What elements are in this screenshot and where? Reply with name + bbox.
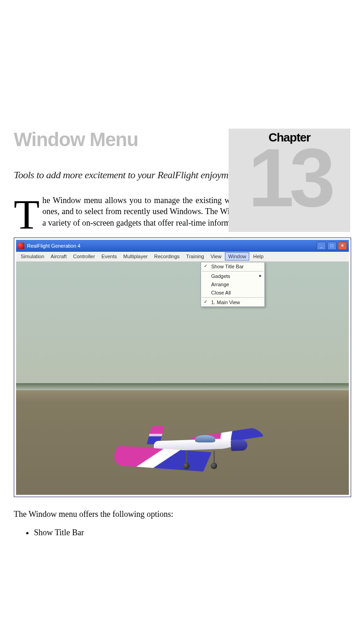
- options-list: Show Title Bar: [14, 527, 350, 539]
- titlebar: RealFlight Generation 4 _ □ ×: [16, 240, 349, 252]
- menu-help[interactable]: Help: [250, 253, 266, 260]
- close-button[interactable]: ×: [338, 242, 347, 250]
- menuitem-gadgets[interactable]: Gadgets: [201, 272, 264, 280]
- maximize-button[interactable]: □: [327, 242, 336, 250]
- chapter-number: 13: [229, 141, 350, 215]
- menuitem-close-all[interactable]: Close All: [201, 289, 264, 297]
- window-controls: _ □ ×: [317, 242, 347, 250]
- menu-view[interactable]: View: [208, 253, 224, 260]
- menu-controller[interactable]: Controller: [70, 253, 98, 260]
- options-lead-text: The Window menu offers the following opt…: [14, 509, 350, 520]
- menuitem-show-title-bar[interactable]: Show Title Bar: [201, 262, 264, 271]
- document-page: { "chapter": { "label": "Chapter", "numb…: [0, 129, 364, 640]
- window-menu-dropdown: Show Title Bar Gadgets Arrange Close All…: [201, 262, 265, 307]
- viewport: Show Title Bar Gadgets Arrange Close All…: [16, 262, 349, 495]
- menuitem-arrange[interactable]: Arrange: [201, 280, 264, 289]
- menu-separator: [202, 271, 263, 272]
- aircraft-wheel: [183, 463, 190, 469]
- aircraft-cowl: [231, 439, 248, 451]
- menu-aircraft[interactable]: Aircraft: [48, 253, 69, 260]
- app-window: RealFlight Generation 4 _ □ × Simulation…: [16, 240, 349, 495]
- aircraft-graphic: [99, 417, 255, 467]
- aircraft-canopy: [195, 435, 215, 442]
- menu-separator: [202, 297, 263, 298]
- app-icon: [18, 243, 24, 249]
- minimize-button[interactable]: _: [317, 242, 326, 250]
- menu-simulation[interactable]: Simulation: [18, 253, 47, 260]
- aircraft-wheel: [211, 463, 217, 469]
- dropcap: T: [14, 195, 42, 232]
- menu-window[interactable]: Window: [225, 252, 249, 261]
- chapter-tab: Chapter 13: [229, 129, 350, 232]
- option-item: Show Title Bar: [34, 527, 350, 539]
- screenshot: RealFlight Generation 4 _ □ × Simulation…: [14, 238, 351, 497]
- window-title: RealFlight Generation 4: [27, 243, 80, 249]
- menu-multiplayer[interactable]: Multiplayer: [121, 253, 151, 260]
- menu-training[interactable]: Training: [183, 253, 207, 260]
- treeline: [16, 383, 349, 391]
- menubar: Simulation Aircraft Controller Events Mu…: [16, 252, 349, 262]
- menu-recordings[interactable]: Recordings: [151, 253, 183, 260]
- menuitem-main-view[interactable]: 1. Main View: [201, 298, 264, 306]
- menu-events[interactable]: Events: [99, 253, 120, 260]
